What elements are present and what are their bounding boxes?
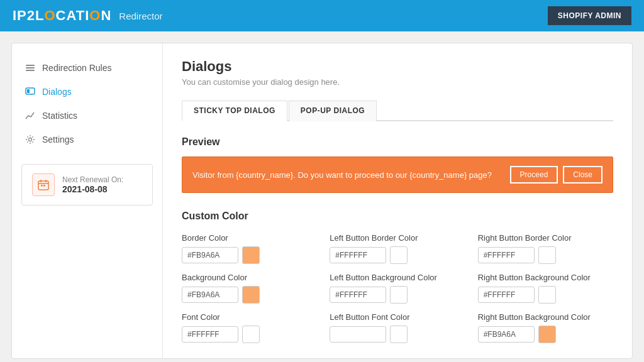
left-font-color-field: Left Button Font Color (330, 312, 465, 343)
left-font-color-input[interactable] (330, 326, 386, 343)
left-bg-color-swatch[interactable] (390, 286, 408, 304)
background-color-input[interactable] (182, 287, 238, 303)
sidebar-item-dialogs[interactable]: Dialogs (12, 80, 162, 104)
chart-icon (25, 110, 36, 121)
svg-rect-4 (27, 89, 30, 93)
left-bg-color-label: Left Button Background Color (330, 273, 465, 282)
preview-title: Preview (182, 136, 613, 148)
left-font-color-label: Left Button Font Color (330, 312, 465, 322)
right-bg-color-field: Right Button Background Color (478, 273, 613, 304)
left-border-color-swatch[interactable] (390, 246, 408, 264)
font-color-field: Font Color (182, 312, 317, 343)
svg-rect-0 (26, 65, 35, 66)
border-color-swatch[interactable] (242, 246, 260, 264)
color-column-2: Left Button Border Color Left Button Bac… (330, 233, 465, 343)
right-font-color-field: Right Button Background Color (478, 312, 613, 343)
font-color-swatch[interactable] (242, 326, 260, 343)
list-icon (25, 62, 36, 74)
right-font-color-label: Right Button Background Color (478, 312, 613, 322)
app-header: IP2LOCATION Redirector SHOPIFY ADMIN (0, 0, 644, 31)
sidebar-item-statistics[interactable]: Statistics (12, 104, 162, 128)
background-color-row (182, 286, 317, 304)
border-color-field: Border Color (182, 233, 317, 264)
right-font-color-input[interactable] (478, 326, 535, 343)
font-color-input[interactable] (182, 326, 238, 343)
dialog-icon (25, 86, 36, 97)
border-color-input[interactable] (182, 247, 238, 263)
background-color-field: Background Color (182, 273, 317, 304)
left-border-color-field: Left Button Border Color (330, 233, 465, 264)
renewal-date: 2021-08-08 (62, 184, 123, 194)
color-grid: Border Color Background Color Font Color (182, 233, 613, 343)
renewal-info: Next Renewal On: 2021-08-08 (62, 175, 123, 194)
left-border-color-label: Left Button Border Color (330, 233, 465, 243)
preview-buttons: Proceed Close (510, 166, 602, 184)
font-color-label: Font Color (182, 312, 317, 322)
renewal-label: Next Renewal On: (62, 175, 123, 184)
svg-rect-10 (41, 185, 43, 187)
header-logo: IP2LOCATION Redirector (13, 8, 163, 24)
custom-color-title: Custom Color (182, 211, 613, 222)
sidebar-label-settings: Settings (42, 134, 74, 145)
calendar-icon (32, 173, 55, 196)
background-color-swatch[interactable] (242, 286, 260, 304)
left-border-color-row (330, 246, 465, 264)
left-border-color-input[interactable] (330, 247, 386, 263)
right-border-color-swatch[interactable] (538, 246, 556, 264)
right-bg-color-swatch[interactable] (538, 286, 556, 304)
logo: IP2LOCATION (13, 8, 111, 24)
border-color-label: Border Color (182, 233, 317, 243)
right-bg-color-row (478, 286, 613, 304)
right-border-color-input[interactable] (478, 247, 535, 263)
svg-rect-1 (26, 67, 35, 69)
main-content: Dialogs You can customise your dialog de… (163, 43, 632, 358)
sidebar-item-redirection-rules[interactable]: Redirection Rules (12, 56, 162, 80)
sidebar: Redirection Rules Dialogs Statistics (12, 43, 163, 358)
left-font-color-swatch[interactable] (390, 326, 408, 343)
color-column-3: Right Button Border Color Right Button B… (478, 233, 613, 343)
svg-rect-11 (43, 185, 45, 187)
background-color-label: Background Color (182, 273, 317, 282)
tab-popup[interactable]: POP-UP DIALOG (289, 101, 377, 121)
sidebar-label-statistics: Statistics (42, 111, 77, 121)
left-bg-color-row (330, 286, 465, 304)
right-bg-color-input[interactable] (478, 287, 535, 303)
left-bg-color-input[interactable] (330, 287, 386, 303)
page-subtitle: You can customise your dialog design her… (182, 77, 613, 87)
page-title: Dialogs (182, 58, 613, 75)
right-font-color-row (478, 326, 613, 343)
color-column-1: Border Color Background Color Font Color (182, 233, 317, 343)
product-name: Redirector (119, 11, 162, 21)
proceed-button[interactable]: Proceed (510, 166, 558, 184)
preview-text: Visitor from {country_name}. Do you want… (192, 170, 492, 180)
right-border-color-row (478, 246, 613, 264)
main-container: Redirection Rules Dialogs Statistics (11, 43, 633, 359)
sidebar-label-redirection-rules: Redirection Rules (42, 63, 112, 73)
border-color-row (182, 246, 317, 264)
svg-rect-2 (26, 70, 35, 71)
right-border-color-field: Right Button Border Color (478, 233, 613, 264)
renewal-box: Next Renewal On: 2021-08-08 (21, 164, 153, 206)
right-font-color-swatch[interactable] (538, 326, 556, 343)
right-border-color-label: Right Button Border Color (478, 233, 613, 243)
sidebar-item-settings[interactable]: Settings (12, 128, 162, 151)
sidebar-label-dialogs: Dialogs (42, 87, 72, 97)
gear-icon (25, 134, 36, 145)
shopify-admin-button[interactable]: SHOPIFY ADMIN (548, 6, 631, 25)
tab-sticky-top[interactable]: STICKY TOP DIALOG (182, 101, 287, 121)
right-bg-color-label: Right Button Background Color (478, 273, 613, 282)
preview-bar: Visitor from {country_name}. Do you want… (182, 156, 613, 193)
left-bg-color-field: Left Button Background Color (330, 273, 465, 304)
close-button[interactable]: Close (563, 166, 602, 184)
font-color-row (182, 326, 317, 343)
tabs-container: STICKY TOP DIALOG POP-UP DIALOG (182, 99, 613, 121)
svg-point-5 (29, 138, 32, 141)
left-font-color-row (330, 326, 465, 343)
